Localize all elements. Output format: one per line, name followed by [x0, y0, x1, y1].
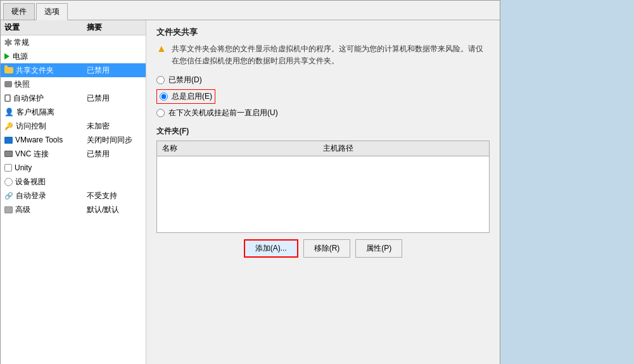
- key-icon: 🔑: [4, 122, 13, 130]
- unity-icon: [4, 164, 12, 172]
- button-row: 添加(A)... 移除(R) 属性(P): [156, 239, 490, 258]
- warning-text: 共享文件夹会将您的文件显示给虚拟机中的程序。这可能为您的计算机和数据带来风险。请…: [172, 43, 490, 67]
- autologin-icon: 🔗: [4, 192, 13, 200]
- lock-icon-autoprotect: [4, 94, 11, 102]
- tab-bar: 硬件 选项: [1, 1, 500, 20]
- vmware-icon: [4, 137, 13, 144]
- gear-icon: [4, 39, 12, 46]
- folder-icon: [4, 67, 13, 73]
- play-icon: [4, 53, 10, 60]
- sidebar-item-advanced[interactable]: 高级 默认/默认: [1, 203, 146, 217]
- sidebar-item-shared-folders[interactable]: 共享文件夹 已禁用: [1, 63, 146, 77]
- radio-disabled[interactable]: 已禁用(D): [156, 75, 490, 85]
- vnc-icon: [4, 151, 13, 157]
- content-area: 设置 摘要 常规 电源: [1, 20, 500, 364]
- sidebar-item-device-view[interactable]: 设备视图: [1, 175, 146, 189]
- section-title-folders: 文件夹(F): [156, 126, 490, 137]
- section-title-shared-folders: 文件夹共享: [156, 27, 490, 38]
- left-panel: 设置 摘要 常规 电源: [1, 20, 146, 364]
- tab-hardware[interactable]: 硬件: [3, 3, 35, 20]
- radio-until-suspend[interactable]: 在下次关机或挂起前一直启用(U): [156, 108, 490, 118]
- outer-window: 硬件 选项 设置 摘要 常规: [0, 0, 634, 364]
- folder-table-container: 名称 主机路径: [156, 141, 490, 233]
- sidebar-item-general[interactable]: 常规: [1, 35, 146, 49]
- warning-box: ▲ 共享文件夹会将您的文件显示给虚拟机中的程序。这可能为您的计算机和数据带来风险…: [156, 43, 490, 67]
- tab-options[interactable]: 选项: [36, 3, 68, 20]
- sidebar-item-power[interactable]: 电源: [1, 49, 146, 63]
- sidebar-item-autologin[interactable]: 🔗 自动登录 不受支持: [1, 189, 146, 203]
- radio-until-suspend-input[interactable]: [156, 109, 165, 117]
- sidebar-item-snapshot[interactable]: 快照: [1, 77, 146, 91]
- folder-table-body: [157, 156, 489, 232]
- camera-icon: [4, 81, 12, 87]
- sidebar-item-vnc[interactable]: VNC 连接 已禁用: [1, 147, 146, 161]
- radio-disabled-input[interactable]: [156, 76, 165, 84]
- radio-always-enable[interactable]: 总是启用(E): [156, 89, 490, 104]
- warning-icon: ▲: [156, 43, 167, 54]
- add-button[interactable]: 添加(A)...: [244, 239, 298, 258]
- people-icon: 👤: [4, 108, 14, 116]
- radio-highlight-box: 总是启用(E): [156, 89, 215, 104]
- folder-table-header: 名称 主机路径: [157, 141, 489, 156]
- dialog: 硬件 选项 设置 摘要 常规: [0, 0, 500, 364]
- device-icon: [4, 178, 13, 186]
- sidebar-item-unity[interactable]: Unity: [1, 161, 146, 175]
- left-header: 设置 摘要: [1, 20, 146, 35]
- image-icon: [4, 206, 13, 213]
- radio-group: 已禁用(D) 总是启用(E) 在下次关机或挂起前一直启用(U): [156, 75, 490, 118]
- sidebar-item-vmware-tools[interactable]: VMware Tools 关闭时间同步: [1, 133, 146, 147]
- right-panel: 文件夹共享 ▲ 共享文件夹会将您的文件显示给虚拟机中的程序。这可能为您的计算机和…: [146, 20, 500, 364]
- sidebar-item-access-control[interactable]: 🔑 访问控制 未加密: [1, 119, 146, 133]
- sidebar-item-isolation[interactable]: 👤 客户机隔离: [1, 105, 146, 119]
- properties-button[interactable]: 属性(P): [355, 239, 402, 258]
- radio-always-enable-input[interactable]: [160, 92, 168, 101]
- sidebar-item-autoprotect[interactable]: 自动保护 已禁用: [1, 91, 146, 105]
- remove-button[interactable]: 移除(R): [303, 239, 351, 258]
